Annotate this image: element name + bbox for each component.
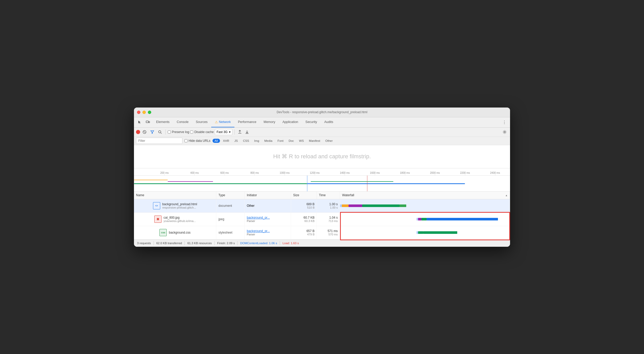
status-transferred: 62.0 KB transferred [156,242,182,245]
filmstrip-area: Hit ⌘ R to reload and capture filmstrip. [134,145,510,168]
svg-line-3 [144,131,145,133]
disable-cache-checkbox[interactable]: Disable cache [190,130,214,134]
table-row-jpeg[interactable]: 🖼 cat_800.jpg yoavweiss.github.io/ima...… [134,213,510,226]
download-button[interactable] [244,129,250,135]
tick-1600: 1600 ms [360,171,390,174]
preserve-log-checkbox[interactable]: Preserve log [168,130,189,134]
more-tabs-button[interactable]: ⋮ [501,119,508,126]
status-sep-5 [280,241,280,245]
td-type-jpeg: jpeg [216,213,245,226]
cursor-icon-btn[interactable] [136,119,143,126]
html-icon: <> [153,202,160,209]
status-sep-4 [237,241,238,245]
filter-tag-media[interactable]: Media [262,139,274,143]
track-purple [168,181,213,182]
tick-200: 200 ms [149,171,180,174]
filter-tag-ws[interactable]: WS [297,139,306,143]
tick-400: 400 ms [180,171,210,174]
timeline-area: 200 ms 400 ms 600 ms 800 ms 1000 ms 1200… [134,168,510,192]
status-load: Load: 1.63 s [283,242,299,245]
hide-data-urls-checkbox[interactable]: Hide data URLs [184,139,210,143]
filter-tag-css[interactable]: CSS [241,139,251,143]
tab-memory[interactable]: Memory [260,117,279,127]
tab-application[interactable]: Application [279,117,302,127]
filter-input[interactable] [136,138,182,144]
devtools-tab-bar: Elements Console Sources ⚠ Network Perfo… [134,117,510,128]
devtools-tabs: Elements Console Sources ⚠ Network Perfo… [152,117,337,127]
tab-sources[interactable]: Sources [192,117,211,127]
warning-icon: ⚠ [215,120,218,124]
tab-console[interactable]: Console [173,117,192,127]
minimize-button[interactable] [142,111,146,114]
upload-button[interactable] [237,129,243,135]
throttle-select[interactable]: Fast 3G [215,129,233,135]
td-size-css: 657 B 479 B [291,226,317,239]
tab-audits[interactable]: Audits [321,117,337,127]
throttle-chevron [228,130,231,134]
tick-1400: 1400 ms [330,171,360,174]
status-sep-3 [214,241,215,245]
tab-security[interactable]: Security [302,117,321,127]
filter-tag-all[interactable]: All [213,139,220,143]
track-orange [134,180,168,180]
svg-rect-1 [149,121,150,123]
filter-tag-other[interactable]: Other [323,139,335,143]
filter-tag-js[interactable]: JS [232,139,240,143]
status-dom-content: DOMContentLoaded: 1.06 s [240,242,277,245]
device-toggle-btn[interactable] [144,119,151,126]
file-name-html: background_preload.html [162,202,197,206]
search-icon-btn[interactable] [157,129,163,135]
filter-tag-img[interactable]: Img [252,139,261,143]
header-initiator: Initiator [245,192,291,199]
filter-tag-xhr[interactable]: XHR [221,139,231,143]
img-icon: 🖼 [154,216,162,223]
settings-button[interactable] [501,129,508,135]
tab-network[interactable]: ⚠ Network [211,117,234,127]
td-name-css: CSS background.css [134,226,216,239]
svg-line-5 [160,133,162,134]
vline-domcontent [307,176,307,192]
status-sep-1 [154,241,154,245]
toolbar-separator-2 [234,129,235,135]
tab-performance[interactable]: Performance [234,117,260,127]
header-waterfall[interactable]: Waterfall ▲ [340,192,510,199]
title-bar: DevTools - responsive-preload.glitch.me/… [134,108,510,117]
tick-1800: 1800 ms [390,171,420,174]
clear-button[interactable] [141,129,148,135]
tick-2200: 2200 ms [450,171,480,174]
header-time: Time [317,192,340,199]
status-requests: 3 requests [137,242,151,245]
td-waterfall-jpeg [340,213,510,226]
header-name: Name [134,192,216,199]
td-initiator-html: Other [245,199,291,212]
filter-icon-btn[interactable] [149,129,156,135]
filter-tag-doc[interactable]: Doc [286,139,296,143]
filter-tag-manifest[interactable]: Manifest [307,139,322,143]
tick-2400: 2400 ms [480,171,510,174]
filter-tags: All XHR JS CSS Img Media Font Doc WS Man… [213,139,335,143]
maximize-button[interactable] [148,111,151,114]
tick-1200: 1200 ms [300,171,330,174]
close-button[interactable] [137,111,140,114]
status-bar: 3 requests 62.0 KB transferred 61.3 KB r… [134,240,510,247]
td-type-css: stylesheet [216,226,245,239]
network-toolbar: Preserve log Disable cache Fast 3G [134,128,510,137]
timeline-tracks [134,176,510,192]
filmstrip-message: Hit ⌘ R to reload and capture filmstrip. [273,153,371,160]
network-table: Name Type Initiator Size Time Waterfall … [134,192,510,240]
td-waterfall-css [340,226,510,239]
tick-600: 600 ms [209,171,240,174]
toolbar-separator [165,129,166,135]
td-time-css: 571 ms 570 ms [317,226,340,239]
table-row-css[interactable]: CSS background.css stylesheet background… [134,226,510,240]
window-title: DevTools - responsive-preload.glitch.me/… [277,110,367,114]
tick-800: 800 ms [240,171,270,174]
td-size-jpeg: 60.7 KB 60.3 KB [291,213,317,226]
svg-point-4 [158,130,161,133]
td-waterfall-html [340,199,510,212]
filter-tag-font[interactable]: Font [275,139,285,143]
file-url-jpeg: yoavweiss.github.io/ima... [164,219,196,223]
table-row-html[interactable]: <> background_preload.html responsive-pr… [134,199,510,213]
record-button[interactable] [136,130,140,134]
tab-elements[interactable]: Elements [152,117,173,127]
